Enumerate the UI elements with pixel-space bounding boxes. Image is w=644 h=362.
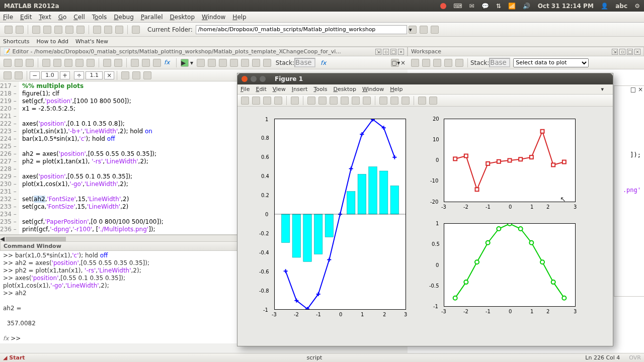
paste-icon[interactable] — [54, 26, 62, 34]
menu-tools[interactable]: Tools — [92, 14, 107, 21]
figure-window[interactable]: Figure 1 File Edit View Insert Tools Des… — [237, 73, 613, 346]
ws-max-icon[interactable]: □ — [627, 49, 633, 55]
lr-max-icon[interactable]: □ — [630, 86, 636, 93]
help-icon[interactable] — [132, 26, 140, 34]
fig-legend-icon[interactable] — [401, 97, 410, 105]
ed-continue-icon[interactable] — [252, 59, 260, 67]
wifi-icon[interactable]: 📶 — [508, 3, 516, 10]
fig-pointer-icon[interactable] — [291, 97, 299, 105]
ws-plot-select[interactable]: Select data to plot — [513, 58, 589, 67]
eval-cell-icon[interactable] — [121, 71, 129, 79]
fig-max-icon[interactable] — [260, 76, 266, 82]
ws-min-icon[interactable]: ▫ — [619, 49, 625, 55]
fmenu-file[interactable]: File — [240, 86, 250, 93]
ed-cut-icon[interactable] — [42, 59, 50, 67]
axes-cos[interactable] — [444, 223, 576, 307]
ed-runcfg-icon[interactable] — [197, 59, 205, 67]
fig-zoomin-icon[interactable] — [307, 97, 315, 105]
ws-delete-icon[interactable] — [455, 59, 463, 67]
ed-copy-icon[interactable] — [53, 59, 61, 67]
zoom-a[interactable]: 1.0 — [41, 71, 58, 79]
redo-icon[interactable] — [76, 26, 85, 34]
menu-help[interactable]: Help — [232, 14, 246, 21]
figure-title-bar[interactable]: Figure 1 — [237, 73, 613, 84]
user-menu[interactable]: 👤 abc — [601, 3, 627, 10]
fig-zoomout-icon[interactable] — [318, 97, 327, 105]
fig-colorbar-icon[interactable] — [390, 97, 398, 105]
folder-dropdown-icon[interactable]: ▾ — [409, 26, 417, 34]
zoom-div[interactable]: ÷ — [74, 71, 84, 79]
ws-new-icon[interactable] — [411, 59, 419, 67]
profiler-icon[interactable] — [115, 26, 123, 34]
new-icon[interactable] — [5, 26, 13, 34]
ed-new-icon[interactable] — [4, 59, 12, 67]
ed-open-icon[interactable] — [15, 59, 23, 67]
fig-datatip-icon[interactable] — [352, 97, 360, 105]
zoom-minus[interactable]: − — [30, 71, 40, 79]
menu-go[interactable]: Go — [58, 14, 67, 21]
ed-undo-icon[interactable] — [75, 59, 84, 67]
editor-close-icon[interactable]: × — [398, 49, 404, 55]
current-folder-input[interactable] — [196, 25, 407, 34]
chat-icon[interactable]: 💬 — [481, 3, 489, 10]
fig-close-icon[interactable] — [242, 76, 248, 82]
menu-parallel[interactable]: Parallel — [141, 14, 163, 21]
howtoadd-link[interactable]: How to Add — [37, 38, 68, 45]
ws-close-icon[interactable]: × — [634, 49, 640, 55]
zoom-b[interactable]: 1.1 — [86, 71, 103, 79]
menu-file[interactable]: File — [3, 14, 13, 21]
fmenu-help[interactable]: Help — [390, 86, 403, 93]
zoom-plus[interactable]: + — [60, 71, 70, 79]
ws-print-icon[interactable] — [444, 59, 452, 67]
ed-fx-icon[interactable]: fx — [164, 59, 172, 67]
fmenu-chevron-icon[interactable]: ▾ — [601, 86, 604, 93]
editor-min-icon[interactable]: ▫ — [383, 49, 389, 55]
axes-tan[interactable] — [444, 119, 576, 202]
menu-debug[interactable]: Debug — [114, 14, 133, 21]
fmenu-window[interactable]: Window — [362, 86, 384, 93]
undo-icon[interactable] — [65, 26, 73, 34]
ed-back-icon[interactable] — [142, 59, 150, 67]
menu-cell[interactable]: Cell — [73, 14, 85, 21]
ed-close2-icon[interactable]: × — [400, 59, 406, 66]
ed-print-icon[interactable] — [103, 59, 111, 67]
cut-icon[interactable] — [32, 26, 40, 34]
ed-bookmark-icon[interactable] — [131, 59, 139, 67]
ed-stepout-icon[interactable] — [241, 59, 249, 67]
lr-close-icon[interactable]: × — [638, 86, 643, 93]
editor-dock-icon[interactable]: ⇲ — [375, 49, 381, 55]
zoom-mul[interactable]: × — [104, 71, 114, 79]
whatsnew-link[interactable]: What's New — [75, 38, 108, 45]
ws-dock-icon[interactable]: ⇲ — [612, 49, 618, 55]
fmenu-view[interactable]: View — [273, 86, 286, 93]
copy-icon[interactable] — [43, 26, 51, 34]
ed-stepover-icon[interactable] — [230, 59, 238, 67]
fig-open-icon[interactable] — [252, 97, 260, 105]
record-icon[interactable] — [440, 3, 446, 9]
cell-insert-icon[interactable] — [15, 71, 23, 79]
axes-sin-bar[interactable] — [274, 119, 406, 310]
ed-redo-icon[interactable] — [87, 59, 95, 67]
menu-edit[interactable]: Edit — [20, 14, 32, 21]
ed-save-icon[interactable] — [26, 59, 34, 67]
open-icon[interactable] — [16, 26, 24, 34]
ws-import-icon[interactable] — [422, 59, 430, 67]
fig-hide-icon[interactable] — [418, 97, 426, 105]
simulink-icon[interactable] — [93, 26, 101, 34]
ed-run-icon[interactable]: ▶ — [181, 59, 189, 67]
fmenu-tools[interactable]: Tools — [313, 86, 327, 93]
ws-save-icon[interactable] — [433, 59, 441, 67]
fig-pan-icon[interactable] — [330, 97, 338, 105]
ed-stop-icon[interactable] — [208, 59, 216, 67]
menu-text[interactable]: Text — [39, 14, 51, 21]
fig-print-icon[interactable] — [274, 97, 282, 105]
keyboard-icon[interactable]: ⌨ — [453, 3, 462, 10]
fig-show-icon[interactable] — [429, 97, 437, 105]
fig-save-icon[interactable] — [263, 97, 271, 105]
cell-enable-icon[interactable] — [4, 71, 12, 79]
ed-paste-icon[interactable] — [64, 59, 72, 67]
network-icon[interactable]: ⇅ — [496, 3, 501, 10]
fig-min-icon[interactable] — [251, 76, 257, 82]
ed-breakpt-icon[interactable] — [263, 59, 271, 67]
editor-max-icon[interactable]: □ — [390, 49, 396, 55]
